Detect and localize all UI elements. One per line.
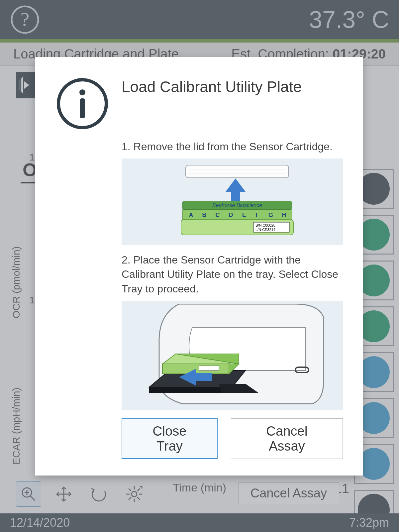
svg-text:B: B: [202, 212, 207, 218]
modal-buttons: Close Tray Cancel Assay: [122, 418, 343, 459]
load-plate-modal: Load Calibrant Utility Plate 1. Remove t…: [35, 57, 363, 476]
svg-text:D: D: [229, 212, 233, 218]
modal-body: 1. Remove the lid from the Sensor Cartri…: [122, 140, 343, 410]
svg-text:Seahorse Bioscience: Seahorse Bioscience: [212, 202, 262, 208]
svg-text:F: F: [256, 212, 259, 218]
svg-text:L/N:CE3214: L/N:CE3214: [255, 228, 275, 232]
cancel-assay-modal-button[interactable]: Cancel Assay: [231, 418, 343, 459]
svg-rect-30: [182, 210, 292, 220]
svg-text:G: G: [268, 212, 273, 218]
modal-title: Load Calibrant Utility Plate: [122, 78, 302, 96]
svg-point-22: [79, 89, 85, 95]
svg-text:S/N:C00028: S/N:C00028: [255, 223, 275, 227]
svg-text:C: C: [216, 212, 220, 218]
step-2-text: 2. Place the Sensor Cartridge with the C…: [122, 253, 343, 296]
tray-insert-illustration: [122, 301, 343, 410]
svg-text:E: E: [242, 212, 246, 218]
svg-rect-24: [186, 165, 289, 178]
close-tray-button[interactable]: Close Tray: [122, 418, 218, 459]
svg-rect-23: [80, 98, 85, 118]
info-icon: [55, 76, 110, 132]
svg-rect-50: [199, 366, 219, 371]
cartridge-lid-illustration: Seahorse Bioscience A B C D E F G H: [122, 159, 343, 245]
svg-text:H: H: [282, 212, 286, 218]
step-1-text: 1. Remove the lid from the Sensor Cartri…: [122, 140, 343, 154]
svg-text:A: A: [189, 212, 193, 218]
svg-marker-45: [149, 387, 232, 393]
